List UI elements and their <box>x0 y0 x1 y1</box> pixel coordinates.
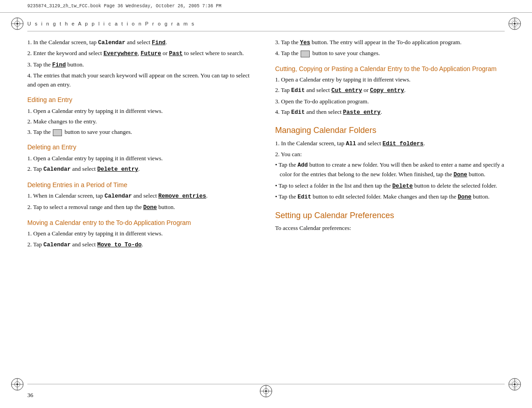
cutting-step-1: 1. Open a Calendar entry by tapping it i… <box>275 75 505 84</box>
search-step-1: 1. In the Calendar screen, tap Calendar … <box>27 38 257 47</box>
deleting-period-step-1: 1. When in Calendar screen, tap Calendar… <box>27 191 257 201</box>
setting-text: To access Calendar preferences: <box>275 224 505 233</box>
setting-title: Setting up Calendar Preferences <box>275 210 505 221</box>
moving-title: Moving a Calendar entry to the To-do App… <box>27 219 257 228</box>
search-step-4: 4. The entries that match your search ke… <box>27 71 257 89</box>
search-step-2: 2. Enter the keyword and select Everywhe… <box>27 49 257 58</box>
deleting-period-step-2: 2. Tap to select a removal range and the… <box>27 203 257 212</box>
editing-step-1: 1. Open a Calendar entry by tapping it i… <box>27 107 257 116</box>
editing-step-2: 2. Make changes to the entry. <box>27 117 257 126</box>
corner-decoration-tl <box>9 15 26 32</box>
managing-title: Managing Calendar Folders <box>275 125 505 136</box>
deleting-step-2: 2. Tap Calendar and select Delete entry. <box>27 164 257 174</box>
svg-point-8 <box>514 23 516 25</box>
cutting-step-3: 3. Open the To-do application program. <box>275 97 505 106</box>
managing-step-1: 1. In the Calendar screen, tap All and s… <box>275 139 505 148</box>
editing-step-3: 3. Tap the button to save your changes. <box>27 128 257 137</box>
svg-point-14 <box>16 383 18 385</box>
deleting-step-1: 1. Open a Calendar entry by tapping it i… <box>27 154 257 163</box>
deleting-title: Deleting an Entry <box>27 143 257 152</box>
right-column: 3. Tap the Yes button. The entry will ap… <box>275 38 505 408</box>
right-step-3: 3. Tap the Yes button. The entry will ap… <box>275 38 505 47</box>
search-step-3: 3. Tap the Find button. <box>27 60 257 70</box>
cutting-step-2: 2. Tap Edit and select Cut entry or Copy… <box>275 86 505 95</box>
center-crosshair <box>258 383 274 401</box>
corner-decoration-tr <box>506 15 523 32</box>
managing-bullet-1: • Tap the Add button to create a new fol… <box>275 160 505 180</box>
managing-bullet-2: • Tap to select a folder in the list and… <box>275 181 505 191</box>
page-number: 36 <box>27 392 33 399</box>
top-bar: 9235874_3129_zh_tw_FCC.book Page 36 Wedn… <box>0 0 532 13</box>
svg-point-19 <box>514 383 516 385</box>
managing-bullet-3: • Tap the Edit button to edit selected f… <box>275 192 505 202</box>
moving-step-1: 1. Open a Calendar entry by tapping it i… <box>27 229 257 238</box>
managing-step-2: 2. You can: <box>275 150 505 159</box>
svg-point-3 <box>16 23 18 25</box>
svg-point-25 <box>265 390 267 392</box>
editing-title: Editing an Entry <box>27 96 257 105</box>
moving-step-2: 2. Tap Calendar and select Move to To-do… <box>27 240 257 250</box>
right-step-4: 4. Tap the button to save your changes. <box>275 49 505 58</box>
cutting-title: Cutting, Copying or Pasting a Calendar E… <box>275 65 505 74</box>
chapter-heading: U s i n g t h e A p p l i c a t i o n P … <box>27 13 505 31</box>
cutting-step-4: 4. Tap Edit and then select Paste entry. <box>275 107 505 117</box>
columns: 1. In the Calendar screen, tap Calendar … <box>27 38 505 408</box>
page-container: 9235874_3129_zh_tw_FCC.book Page 36 Wedn… <box>0 0 532 408</box>
content-area: U s i n g t h e A p p l i c a t i o n P … <box>0 13 532 408</box>
top-bar-text: 9235874_3129_zh_tw_FCC.book Page 36 Wedn… <box>27 4 221 9</box>
left-column: 1. In the Calendar screen, tap Calendar … <box>27 38 257 408</box>
corner-decoration-br <box>506 376 523 393</box>
deleting-period-title: Deleting Entries in a Period of Time <box>27 181 257 190</box>
corner-decoration-bl <box>9 376 26 393</box>
